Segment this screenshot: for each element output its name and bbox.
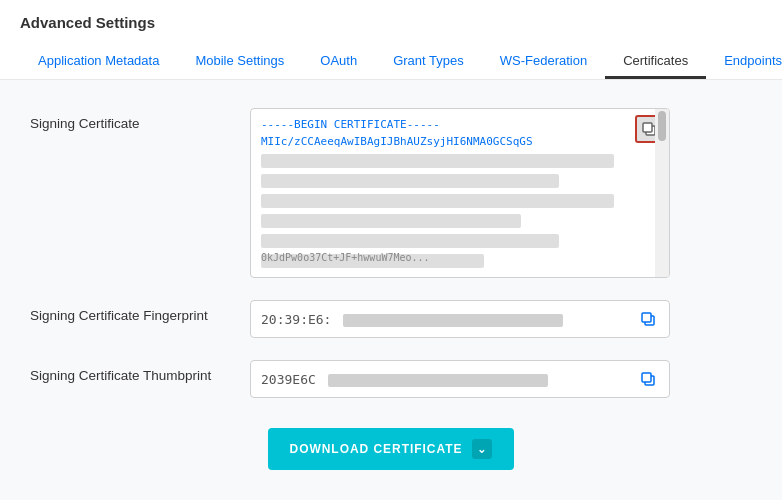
download-btn-label: DOWNLOAD CERTIFICATE bbox=[290, 442, 463, 456]
tab-ws-federation[interactable]: WS-Federation bbox=[482, 45, 605, 79]
download-chevron-icon: ⌄ bbox=[472, 439, 492, 459]
svg-rect-3 bbox=[642, 313, 651, 322]
fingerprint-label: Signing Certificate Fingerprint bbox=[30, 300, 250, 323]
copy-fingerprint-icon bbox=[640, 311, 656, 327]
cert-line2: MIIc/zCCAeeqAwIBAgIJBhAUZsyjHI6NMA0GCSqG… bbox=[261, 134, 633, 151]
signing-certificate-row: Signing Certificate -----BEGIN CERTIFICA… bbox=[30, 108, 752, 278]
blur-row-2 bbox=[261, 174, 559, 188]
fingerprint-blur bbox=[343, 314, 563, 327]
main-content: Signing Certificate -----BEGIN CERTIFICA… bbox=[0, 80, 782, 500]
fingerprint-row: Signing Certificate Fingerprint 20:39:E6… bbox=[30, 300, 752, 338]
thumbprint-input-wrapper: 2039E6C bbox=[250, 360, 670, 398]
copy-thumbprint-icon bbox=[640, 371, 656, 387]
fingerprint-input-wrapper: 20:39:E6: bbox=[250, 300, 670, 338]
cert-blurred bbox=[261, 154, 633, 268]
svg-rect-1 bbox=[643, 123, 652, 132]
page-title: Advanced Settings bbox=[20, 14, 762, 31]
tab-endpoints[interactable]: Endpoints bbox=[706, 45, 782, 79]
fingerprint-input: 20:39:E6: bbox=[250, 300, 670, 338]
thumbprint-blur bbox=[328, 374, 548, 387]
thumbprint-row: Signing Certificate Thumbprint 2039E6C bbox=[30, 360, 752, 398]
blur-row-5 bbox=[261, 234, 559, 248]
thumbprint-value: 2039E6C bbox=[261, 372, 629, 387]
tab-certificates[interactable]: Certificates bbox=[605, 45, 706, 79]
tab-oauth[interactable]: OAuth bbox=[302, 45, 375, 79]
scrollbar[interactable] bbox=[655, 109, 669, 277]
signing-certificate-input-wrapper: -----BEGIN CERTIFICATE----- MIIc/zCCAeeq… bbox=[250, 108, 670, 278]
signing-certificate-textarea[interactable]: -----BEGIN CERTIFICATE----- MIIc/zCCAeeq… bbox=[250, 108, 670, 278]
tab-mobile-settings[interactable]: Mobile Settings bbox=[177, 45, 302, 79]
tab-application-metadata[interactable]: Application Metadata bbox=[20, 45, 177, 79]
thumbprint-label: Signing Certificate Thumbprint bbox=[30, 360, 250, 383]
copy-fingerprint-button[interactable] bbox=[637, 308, 659, 330]
tabs-nav: Application Metadata Mobile Settings OAu… bbox=[20, 45, 762, 79]
scrollbar-thumb bbox=[658, 111, 666, 141]
signing-certificate-label: Signing Certificate bbox=[30, 108, 250, 131]
download-button-wrapper: DOWNLOAD CERTIFICATE ⌄ bbox=[30, 428, 752, 470]
download-certificate-button[interactable]: DOWNLOAD CERTIFICATE ⌄ bbox=[268, 428, 515, 470]
blur-row-1 bbox=[261, 154, 614, 168]
fingerprint-value: 20:39:E6: bbox=[261, 312, 629, 327]
cert-line1: -----BEGIN CERTIFICATE----- bbox=[261, 117, 633, 134]
tab-grant-types[interactable]: Grant Types bbox=[375, 45, 482, 79]
svg-rect-5 bbox=[642, 373, 651, 382]
page-header: Advanced Settings Application Metadata M… bbox=[0, 0, 782, 80]
thumbprint-input: 2039E6C bbox=[250, 360, 670, 398]
blur-row-4 bbox=[261, 214, 521, 228]
blur-row-3 bbox=[261, 194, 614, 208]
copy-thumbprint-button[interactable] bbox=[637, 368, 659, 390]
cert-partial-bottom: 0kJdPw0o37Ct+JF+hwwuW7Meo... bbox=[261, 252, 430, 263]
